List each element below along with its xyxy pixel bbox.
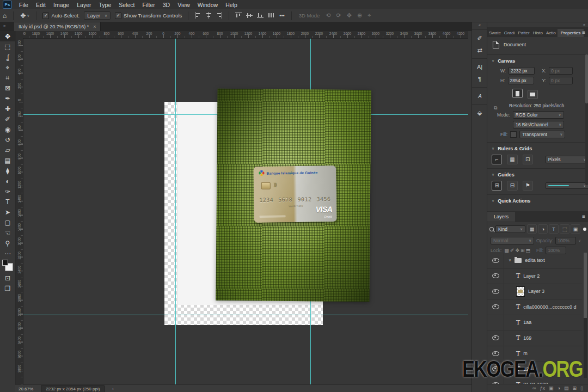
properties-document-row[interactable]: Document xyxy=(487,37,588,52)
foreground-color-swatch[interactable] xyxy=(2,260,8,266)
layer-mask-icon[interactable]: ▣ xyxy=(549,385,554,391)
rulers-grids-section-header[interactable]: ∨ Rulers & Grids xyxy=(487,143,588,154)
layer-row[interactable]: T01.01.1990 xyxy=(487,377,582,384)
crop-tool[interactable]: ⌗ xyxy=(0,72,15,83)
delete-layer-icon[interactable]: ▯ xyxy=(580,385,583,391)
type-tool[interactable]: T xyxy=(0,197,15,207)
layer-effects-icon[interactable]: ƒx xyxy=(540,385,546,391)
checkbox-icon[interactable]: ✓ xyxy=(115,13,121,19)
units-dropdown[interactable]: Pixels∨ xyxy=(546,156,588,163)
chevron-down-icon[interactable]: ∨ xyxy=(509,258,511,262)
shape-tool[interactable]: ▢ xyxy=(0,217,15,228)
zoom-tool[interactable]: ⚲ xyxy=(0,238,15,248)
chevron-down-icon[interactable]: ∨ xyxy=(27,14,29,18)
foreground-background-swatches[interactable] xyxy=(0,259,15,273)
filter-adjustment-layers-icon[interactable]: ◑ xyxy=(538,224,548,234)
layer-row[interactable]: Tcilla000000...ccccccc0 d xyxy=(487,299,582,316)
layer-row[interactable]: ∨edita text xyxy=(487,253,582,269)
brush-tool[interactable]: ✐ xyxy=(0,114,15,124)
layer-visibility-toggle[interactable] xyxy=(487,330,504,346)
snap-toggle-icon[interactable]: ⊡ xyxy=(523,155,533,164)
align-right-edges-icon[interactable] xyxy=(216,12,223,19)
more-options-icon[interactable]: ••• xyxy=(279,13,284,19)
opacity-field[interactable]: 100% xyxy=(555,237,576,244)
orientation-portrait-button[interactable] xyxy=(512,89,523,98)
menu-filter[interactable]: Filter xyxy=(138,2,158,8)
layer-visibility-toggle[interactable] xyxy=(487,362,504,377)
zoom-level[interactable]: 20.67% xyxy=(19,387,33,391)
filter-pin-icon[interactable] xyxy=(583,228,586,231)
screen-mode[interactable]: ❐ xyxy=(0,283,15,293)
3d-panel-icon[interactable]: ⬙ xyxy=(472,107,487,119)
fill-dropdown[interactable]: Transparent∨ xyxy=(519,131,565,138)
guide-style-dropdown[interactable]: ∨ xyxy=(546,182,588,189)
eraser-tool[interactable]: ▱ xyxy=(0,145,15,155)
menu-select[interactable]: Select xyxy=(115,2,138,8)
layer-row[interactable]: T169 xyxy=(487,330,582,347)
properties-scrollbar[interactable] xyxy=(585,54,588,185)
clone-stamp-tool[interactable]: ◉ xyxy=(0,124,15,134)
auto-select-target-dropdown[interactable]: Layer ∨ xyxy=(84,11,111,20)
status-expand-icon[interactable]: › xyxy=(112,387,114,391)
toolbar-more[interactable]: ⋯ xyxy=(0,248,15,259)
align-top-edges-icon[interactable] xyxy=(235,12,242,19)
filter-pixel-layers-icon[interactable]: ▦ xyxy=(527,224,537,234)
hand-tool[interactable]: ☜ xyxy=(0,228,15,238)
bit-depth-dropdown[interactable]: 16 Bits/Channel∨ xyxy=(513,121,564,128)
fill-swatch[interactable] xyxy=(510,131,517,138)
menu-view[interactable]: View xyxy=(174,2,194,8)
move-tool-icon[interactable]: ✥ xyxy=(20,12,26,20)
canvas-section-header[interactable]: ∨ Canvas xyxy=(487,55,588,66)
tab-overflow-icon[interactable]: » xyxy=(3,23,5,28)
ruler-corner[interactable] xyxy=(15,31,23,39)
tab-properties[interactable]: Properties xyxy=(558,29,584,37)
align-bottom-edges-icon[interactable] xyxy=(257,12,264,19)
show-transform-checkbox[interactable]: ✓ Show Transform Controls xyxy=(115,13,182,19)
layer-row[interactable]: T1aa xyxy=(487,315,582,331)
3d-slide-icon[interactable]: ⊕ xyxy=(357,12,362,19)
layer-visibility-toggle[interactable] xyxy=(487,377,504,384)
orientation-landscape-button[interactable] xyxy=(528,90,538,99)
y-field[interactable]: 0 px xyxy=(549,77,573,84)
menu-edit[interactable]: Edit xyxy=(32,2,50,8)
lock-guides-icon[interactable]: ⚑ xyxy=(523,181,533,191)
horizontal-ruler[interactable]: 2000180016001400120010008006004002000200… xyxy=(23,31,468,39)
link-dimensions-icon[interactable]: ⧉ xyxy=(494,105,497,111)
tab-histo[interactable]: Histo xyxy=(531,29,544,37)
layer-visibility-toggle[interactable] xyxy=(487,299,504,315)
layer-row[interactable]: Layer 3 xyxy=(487,284,582,300)
tab-swatc[interactable]: Swatc xyxy=(487,29,503,37)
menu-3d[interactable]: 3D xyxy=(159,2,174,8)
tab-layers[interactable]: Layers xyxy=(487,212,515,222)
tab-gradi[interactable]: Gradi xyxy=(503,29,517,37)
distribute-horizontal-icon[interactable] xyxy=(268,12,274,19)
width-field[interactable]: 2232 px xyxy=(509,67,535,75)
history-brush-tool[interactable]: ↺ xyxy=(0,134,15,145)
layer-visibility-toggle[interactable] xyxy=(487,284,504,299)
dodge-tool[interactable]: ◐ xyxy=(0,176,15,186)
tab-actio[interactable]: Actio xyxy=(544,29,558,37)
layer-visibility-toggle[interactable] xyxy=(487,253,504,268)
quick-mask-mode[interactable]: ⊡ xyxy=(0,273,15,283)
object-selection-tool[interactable]: ⌖ xyxy=(0,62,15,72)
checkbox-icon[interactable]: ✓ xyxy=(42,13,49,19)
healing-brush-tool[interactable]: ✚ xyxy=(0,103,15,114)
3d-roll-icon[interactable]: ⟳ xyxy=(336,12,341,19)
guides-toggle-icon[interactable]: ⊞ xyxy=(492,181,502,191)
pen-tool[interactable]: ✑ xyxy=(0,186,15,197)
gradient-tool[interactable]: ▤ xyxy=(0,155,15,166)
lasso-tool[interactable]: ʆ xyxy=(0,52,15,62)
menu-window[interactable]: Window xyxy=(194,2,222,8)
blur-tool[interactable]: ⧫ xyxy=(0,166,15,176)
layer-group-icon[interactable]: ▤ xyxy=(564,385,569,391)
character-panel-icon[interactable]: A| xyxy=(472,61,487,73)
align-horizontal-centers-icon[interactable] xyxy=(205,12,212,19)
menu-type[interactable]: Type xyxy=(95,2,115,8)
marquee-tool[interactable]: ⬚ xyxy=(0,41,15,52)
filter-smart-objects-icon[interactable]: ▣ xyxy=(571,224,580,234)
layer-visibility-toggle[interactable] xyxy=(487,315,504,330)
layer-row[interactable]: T128 xyxy=(487,362,582,378)
filter-type-layers-icon[interactable]: T xyxy=(549,224,559,234)
brush-settings-panel-icon[interactable]: ✐ xyxy=(472,32,487,44)
guides-section-header[interactable]: ∨ Guides xyxy=(487,169,588,180)
